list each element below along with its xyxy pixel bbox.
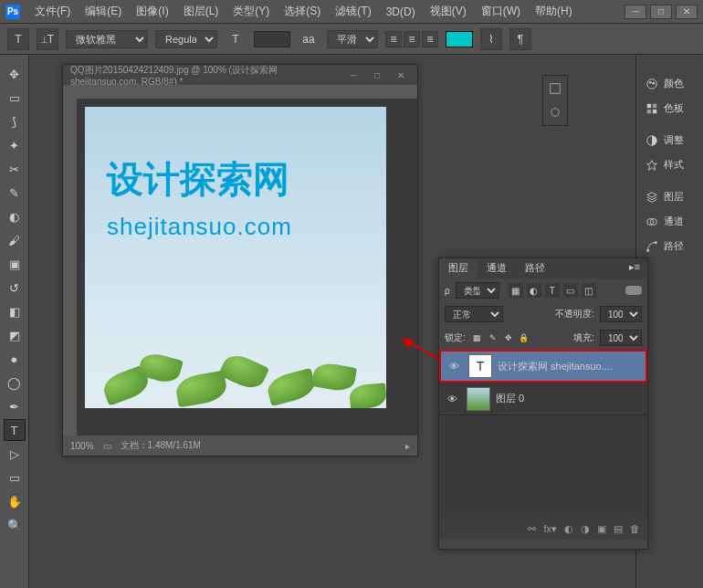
zoom-tool-icon[interactable]: 🔍 [4, 514, 26, 536]
status-arrow-icon[interactable]: ▸ [405, 441, 410, 451]
character-panel-icon[interactable]: ¶ [509, 28, 531, 50]
svg-rect-7 [653, 103, 656, 107]
tab-layers[interactable]: 图层 [439, 258, 477, 278]
minimize-button[interactable]: ─ [624, 5, 646, 19]
doc-close-icon[interactable]: ✕ [392, 70, 410, 80]
new-layer-icon[interactable]: ▤ [614, 523, 623, 535]
layer-filter-select[interactable]: 类型 [456, 282, 499, 299]
zoom-slider-icon[interactable]: ▭ [103, 441, 111, 451]
brush-tool-icon[interactable]: 🖌 [4, 229, 26, 251]
visibility-icon[interactable]: 👁 [445, 361, 463, 372]
panel-layers[interactable]: 图层 [636, 184, 703, 209]
font-family-select[interactable]: 微软雅黑 [66, 30, 148, 48]
dodge-tool-icon[interactable]: ◯ [4, 372, 26, 394]
doc-info: 文档：1.48M/1.61M [121, 439, 201, 452]
ruler-corner [63, 85, 78, 100]
panel-menu-icon[interactable]: ▸≡ [622, 258, 647, 278]
align-left-icon[interactable]: ≡ [385, 31, 402, 47]
lasso-tool-icon[interactable]: ⟆ [4, 110, 26, 132]
lock-all-icon[interactable]: 🔒 [518, 331, 530, 344]
menu-view[interactable]: 视图(V) [423, 2, 474, 21]
layer-item-image[interactable]: 👁 图层 0 [439, 383, 647, 415]
menu-filter[interactable]: 滤镜(T) [328, 2, 378, 21]
filter-shape-icon[interactable]: ▭ [563, 283, 578, 298]
healing-tool-icon[interactable]: ◐ [4, 205, 26, 227]
delete-layer-icon[interactable]: 🗑 [630, 523, 640, 534]
tab-channels[interactable]: 通道 [477, 258, 516, 278]
filter-smart-icon[interactable]: ◫ [582, 283, 596, 298]
gradient-tool-icon[interactable]: ◩ [4, 324, 26, 346]
doc-maximize-icon[interactable]: □ [368, 70, 386, 80]
lock-transparent-icon[interactable]: ▦ [471, 331, 484, 344]
layer-fx-icon[interactable]: fx▾ [543, 523, 557, 535]
move-tool-icon[interactable]: ✥ [4, 63, 26, 85]
layer-mask-icon[interactable]: ◐ [564, 523, 573, 535]
marquee-tool-icon[interactable]: ▭ [4, 87, 26, 109]
align-center-icon[interactable]: ≡ [404, 31, 420, 47]
menu-file[interactable]: 文件(F) [27, 2, 78, 21]
filter-text-icon[interactable]: T [545, 283, 560, 298]
path-select-tool-icon[interactable]: ▷ [4, 443, 26, 465]
history-panel-icon[interactable] [544, 78, 566, 100]
panel-adjustments[interactable]: 调整 [636, 128, 703, 152]
svg-point-4 [649, 80, 652, 83]
panel-color[interactable]: 颜色 [636, 71, 703, 96]
filter-pixel-icon[interactable]: ▦ [509, 283, 523, 298]
warp-text-icon[interactable]: ⌇ [480, 28, 502, 50]
properties-panel-icon[interactable] [544, 101, 566, 123]
link-layers-icon[interactable]: ⚯ [528, 523, 536, 535]
maximize-button[interactable]: □ [650, 5, 672, 19]
filter-adjust-icon[interactable]: ◐ [527, 283, 541, 298]
filter-toggle[interactable] [625, 286, 642, 295]
menu-window[interactable]: 窗口(W) [474, 2, 528, 21]
tab-paths[interactable]: 路径 [516, 258, 554, 278]
layer-item-text[interactable]: 👁 T 设计探索网 shejitansuo.... [439, 350, 647, 383]
history-brush-tool-icon[interactable]: ↺ [4, 277, 26, 299]
font-size-input[interactable] [254, 31, 290, 47]
menu-help[interactable]: 帮助(H) [528, 2, 580, 21]
zoom-level[interactable]: 100% [70, 441, 94, 451]
menu-edit[interactable]: 编辑(E) [78, 2, 129, 21]
lock-paint-icon[interactable]: ✎ [487, 331, 499, 344]
group-icon[interactable]: ▣ [597, 523, 606, 535]
lock-position-icon[interactable]: ✥ [502, 331, 515, 344]
magic-wand-tool-icon[interactable]: ✦ [4, 134, 26, 156]
close-button[interactable]: ✕ [676, 5, 698, 19]
blend-mode-select[interactable]: 正常 [445, 306, 503, 322]
canvas[interactable]: 设计探索网 shejitansuo.com [85, 107, 386, 408]
adjustment-layer-icon[interactable]: ◑ [581, 523, 590, 535]
panel-styles[interactable]: 样式 [636, 152, 703, 177]
doc-minimize-icon[interactable]: ─ [344, 70, 362, 80]
crop-tool-icon[interactable]: ✂ [4, 158, 26, 180]
orientation-icon[interactable]: ⟂T [37, 28, 58, 50]
menu-3d[interactable]: 3D(D) [379, 4, 423, 20]
menu-layer[interactable]: 图层(L) [176, 2, 226, 21]
pen-tool-icon[interactable]: ✒ [4, 395, 26, 417]
layer-list: 👁 T 设计探索网 shejitansuo.... 👁 图层 0 [439, 350, 647, 518]
hand-tool-icon[interactable]: ✋ [4, 490, 26, 512]
fill-input[interactable]: 100% [600, 330, 642, 346]
font-style-select[interactable]: Regular [155, 30, 217, 48]
adjustments-icon [645, 134, 658, 147]
document-tab[interactable]: QQ图片20150424212409.jpg @ 100% (设计探索网 she… [63, 65, 417, 85]
canvas-text-url: shejitansuo.com [107, 213, 292, 241]
eyedropper-tool-icon[interactable]: ✎ [4, 182, 26, 204]
antialias-select[interactable]: 平滑 [327, 30, 378, 48]
blur-tool-icon[interactable]: ● [4, 348, 26, 370]
opacity-input[interactable]: 100% [600, 306, 642, 322]
stamp-tool-icon[interactable]: ▣ [4, 253, 26, 275]
rectangle-tool-icon[interactable]: ▭ [4, 467, 26, 488]
menu-type[interactable]: 类型(Y) [226, 2, 277, 21]
menu-image[interactable]: 图像(I) [129, 2, 175, 21]
text-tool-icon[interactable]: T [4, 419, 26, 441]
align-right-icon[interactable]: ≡ [422, 31, 438, 47]
panel-paths[interactable]: 路径 [636, 234, 703, 258]
visibility-icon[interactable]: 👁 [443, 394, 461, 404]
svg-point-13 [646, 249, 649, 252]
menu-select[interactable]: 选择(S) [277, 2, 328, 21]
panel-swatches[interactable]: 色板 [636, 96, 703, 121]
panel-channels[interactable]: 通道 [636, 209, 703, 234]
text-tool-preset-icon[interactable]: T [7, 28, 29, 50]
text-color-swatch[interactable] [446, 31, 473, 47]
eraser-tool-icon[interactable]: ◧ [4, 300, 26, 322]
